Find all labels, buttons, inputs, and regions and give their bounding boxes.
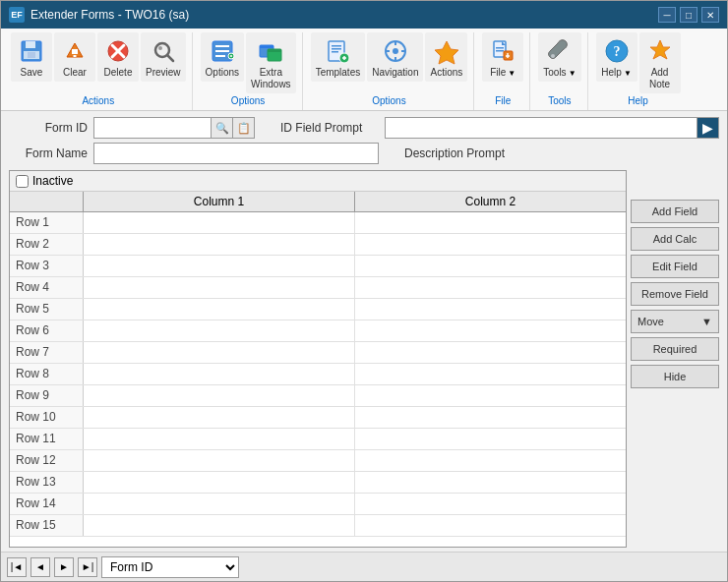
nav-prev-button[interactable]: ◄ [30, 557, 50, 577]
grid-cell-col2[interactable] [355, 385, 626, 406]
grid-cell-col2[interactable] [355, 429, 626, 449]
table-row[interactable]: Row 7 [10, 342, 626, 364]
grid-cell-col1[interactable] [84, 494, 355, 514]
table-row[interactable]: Row 2 [10, 234, 626, 256]
navigation-button[interactable]: Navigation [367, 32, 423, 82]
grid-cell-col2[interactable] [355, 472, 626, 493]
grid-cell-col1[interactable] [84, 212, 355, 233]
grid-cell-col2[interactable] [355, 450, 626, 471]
table-row[interactable]: Row 9 [10, 385, 626, 407]
options-label: Options [206, 67, 239, 79]
id-field-prompt-input[interactable] [385, 117, 698, 139]
grid-cell-col1[interactable] [84, 320, 355, 341]
grid-cell-col2[interactable] [355, 299, 626, 320]
ribbon-actions-items: Save Clear [11, 32, 186, 93]
table-row[interactable]: Row 4 [10, 277, 626, 299]
grid-cell-col1[interactable] [84, 299, 355, 320]
grid-cell-col2[interactable] [355, 342, 626, 363]
grid-cell-col2[interactable] [355, 515, 626, 536]
table-row[interactable]: Row 5 [10, 299, 626, 320]
actions-button[interactable]: Actions [425, 32, 467, 82]
form-name-label: Form Name [9, 146, 88, 160]
row-label: Row 1 [10, 212, 84, 233]
form-id-input[interactable] [93, 117, 212, 139]
form-name-input[interactable] [93, 143, 379, 164]
table-row[interactable]: Row 1 [10, 212, 626, 234]
grid-cell-col1[interactable] [84, 277, 355, 298]
grid-cell-col1[interactable] [84, 385, 355, 406]
save-button[interactable]: Save [11, 32, 52, 82]
maximize-button[interactable]: □ [680, 7, 698, 23]
grid-cell-col1[interactable] [84, 472, 355, 493]
ribbon-group-file: File ▼ File [476, 32, 530, 110]
nav-first-button[interactable]: |◄ [7, 557, 27, 577]
grid-cell-col2[interactable] [355, 234, 626, 255]
grid-cell-col2[interactable] [355, 407, 626, 428]
templates-icon [322, 35, 353, 67]
file-button[interactable]: File ▼ [482, 32, 523, 82]
table-row[interactable]: Row 11 [10, 429, 626, 450]
table-row[interactable]: Row 14 [10, 494, 626, 515]
hide-button[interactable]: Hide [631, 365, 719, 388]
table-row[interactable]: Row 15 [10, 515, 626, 537]
grid-cell-col2[interactable] [355, 277, 626, 298]
grid-cell-col2[interactable] [355, 212, 626, 233]
tools-button[interactable]: Tools ▼ [538, 32, 580, 82]
svg-marker-46 [650, 40, 670, 59]
grid-cell-col2[interactable] [355, 256, 626, 276]
inactive-checkbox-label[interactable]: Inactive [16, 174, 73, 188]
table-row[interactable]: Row 12 [10, 450, 626, 472]
grid-cell-col1[interactable] [84, 256, 355, 276]
templates-button[interactable]: Templates [311, 32, 366, 82]
navigation-icon [380, 35, 411, 67]
remove-field-button[interactable]: Remove Field [631, 282, 719, 306]
options-button[interactable]: Options [201, 32, 244, 82]
nav-last-button[interactable]: ►| [78, 557, 97, 577]
clear-button[interactable]: Clear [54, 32, 95, 82]
nav-next-button[interactable]: ► [54, 557, 74, 577]
minimize-button[interactable]: ─ [658, 7, 676, 23]
form-id-input-group: 🔍 📋 [93, 117, 255, 139]
inactive-checkbox[interactable] [16, 175, 29, 188]
table-row[interactable]: Row 8 [10, 364, 626, 385]
extra-windows-button[interactable]: Extra Windows [246, 32, 296, 93]
table-row[interactable]: Row 10 [10, 407, 626, 429]
form-id-browse-button[interactable]: 📋 [233, 117, 255, 139]
required-button[interactable]: Required [631, 337, 719, 361]
grid-body[interactable]: Row 1 Row 2 Row 3 Row 4 Row 5 Row 6 Row … [10, 212, 626, 547]
move-arrow: ▼ [701, 316, 712, 327]
preview-button[interactable]: Preview [141, 32, 186, 82]
grid-cell-col2[interactable] [355, 320, 626, 341]
grid-cell-col1[interactable] [84, 515, 355, 536]
row-label: Row 12 [10, 450, 84, 471]
table-row[interactable]: Row 3 [10, 256, 626, 277]
add-field-button[interactable]: Add Field [631, 200, 719, 223]
description-prompt-label: Description Prompt [404, 146, 505, 160]
row-label: Row 10 [10, 407, 84, 428]
grid-cell-col1[interactable] [84, 234, 355, 255]
form-id-search-button[interactable]: 🔍 [212, 117, 233, 139]
add-note-button[interactable]: Add Note [639, 32, 681, 93]
grid-cell-col2[interactable] [355, 494, 626, 514]
delete-button[interactable]: Delete [97, 32, 139, 82]
edit-field-button[interactable]: Edit Field [631, 255, 719, 278]
form-id-dropdown[interactable]: Form ID [101, 556, 239, 578]
add-calc-button[interactable]: Add Calc [631, 227, 719, 251]
ribbon-actions-label: Actions [82, 95, 114, 108]
table-row[interactable]: Row 6 [10, 320, 626, 342]
grid-cell-col1[interactable] [84, 429, 355, 449]
grid-cell-col1[interactable] [84, 407, 355, 428]
help-icon: ? [601, 35, 633, 67]
grid-cell-col2[interactable] [355, 364, 626, 384]
grid-cell-col1[interactable] [84, 342, 355, 363]
table-row[interactable]: Row 13 [10, 472, 626, 494]
help-button[interactable]: ? Help ▼ [596, 32, 637, 82]
move-button[interactable]: Move ▼ [631, 310, 719, 333]
row-label: Row 3 [10, 256, 84, 276]
grid-cell-col1[interactable] [84, 450, 355, 471]
svg-text:?: ? [613, 44, 620, 59]
grid-cell-col1[interactable] [84, 364, 355, 384]
row-label: Row 6 [10, 320, 84, 341]
id-field-arrow-button[interactable]: ▶ [698, 117, 719, 139]
close-button[interactable]: ✕ [701, 7, 719, 23]
